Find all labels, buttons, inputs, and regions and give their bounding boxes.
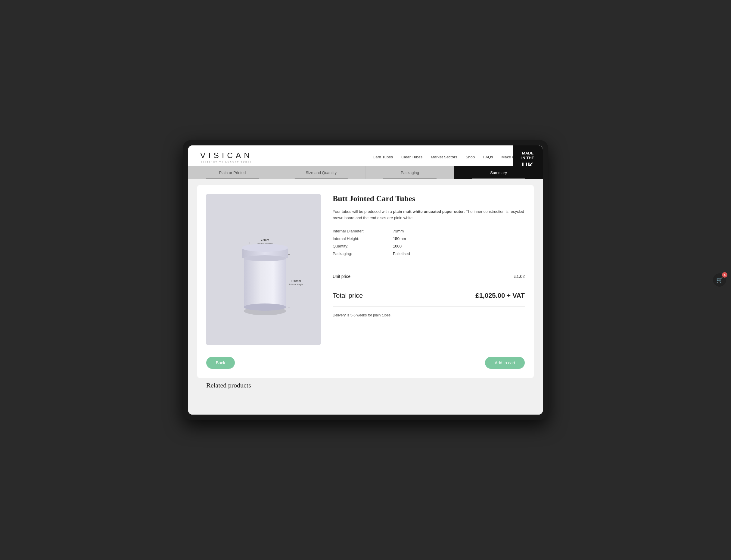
spec-quantity-label: Quantity: — [333, 244, 393, 248]
total-price-label: Total price — [333, 292, 363, 300]
delivery-note: Delivery is 5-6 weeks for plain tubes. — [333, 313, 525, 317]
svg-rect-1 — [244, 254, 286, 307]
divider-2 — [333, 285, 525, 285]
svg-text:73mm: 73mm — [261, 238, 269, 242]
spec-packaging-label: Packaging: — [333, 251, 393, 256]
spec-diameter-value: 73mm — [393, 229, 404, 233]
svg-text:150mm: 150mm — [291, 279, 301, 283]
spec-diameter-label: Internal Diameter: — [333, 229, 393, 233]
screen: VISICAN DISTINCTIVE LUXURY TUBES Card Tu… — [188, 145, 543, 415]
card-body: 73mm Internal diameter 150mm Internal le… — [206, 194, 525, 345]
product-image-area: 73mm Internal diameter 150mm Internal le… — [206, 194, 321, 345]
add-to-cart-button[interactable]: Add to cart — [485, 357, 525, 369]
logo[interactable]: VISICAN DISTINCTIVE LUXURY TUBES — [200, 151, 253, 163]
nav-faqs[interactable]: FAQs — [483, 155, 493, 159]
header: VISICAN DISTINCTIVE LUXURY TUBES Card Tu… — [188, 145, 543, 166]
spec-packaging-value: Palletised — [393, 251, 410, 256]
back-button[interactable]: Back — [206, 357, 235, 369]
step-summary[interactable]: Summary — [454, 166, 543, 179]
nav-card-tubes[interactable]: Card Tubes — [373, 155, 393, 159]
step-size-quantity[interactable]: Size and Quantity — [277, 166, 366, 179]
product-title: Butt Jointed Card Tubes — [333, 194, 525, 203]
spec-quantity-value: 1000 — [393, 244, 402, 248]
card-footer: Back Add to cart — [206, 354, 525, 369]
svg-point-2 — [244, 303, 286, 311]
made-in-uk-line1: MADE — [522, 151, 533, 156]
nav-market-sectors[interactable]: Market Sectors — [431, 155, 457, 159]
step-plain-printed[interactable]: Plain or Printed — [188, 166, 277, 179]
spec-height: Internal Height: 150mm — [333, 235, 525, 242]
svg-text:Internal diameter: Internal diameter — [257, 242, 273, 244]
main-content: 73mm Internal diameter 150mm Internal le… — [188, 179, 543, 415]
svg-point-5 — [244, 255, 286, 261]
spec-diameter: Internal Diameter: 73mm — [333, 227, 525, 235]
unit-price-row: Unit price £1.02 — [333, 272, 525, 281]
step-packaging[interactable]: Packaging — [366, 166, 455, 179]
logo-subtitle: DISTINCTIVE LUXURY TUBES — [201, 161, 252, 163]
spec-quantity: Quantity: 1000 — [333, 242, 525, 250]
desc-start: Your tubes will be produced with a — [333, 209, 393, 214]
specs-table: Internal Diameter: 73mm Internal Height:… — [333, 227, 525, 257]
tube-illustration: 73mm Internal diameter 150mm Internal le… — [206, 194, 321, 345]
made-in-uk-line2: IN THE — [521, 156, 534, 160]
total-price-value: £1,025.00 + VAT — [475, 292, 525, 300]
device-frame: VISICAN DISTINCTIVE LUXURY TUBES Card Tu… — [183, 140, 548, 420]
product-card: 73mm Internal diameter 150mm Internal le… — [197, 185, 534, 378]
nav-clear-tubes[interactable]: Clear Tubes — [401, 155, 422, 159]
main-nav: Card Tubes Clear Tubes Market Sectors Sh… — [373, 155, 531, 159]
spec-height-value: 150mm — [393, 236, 406, 241]
steps-bar: Plain or Printed Size and Quantity Packa… — [188, 166, 543, 179]
unit-price-label: Unit price — [333, 274, 350, 279]
divider-1 — [333, 268, 525, 268]
desc-bold: plain matt white uncoated paper outer — [393, 209, 464, 214]
spec-packaging: Packaging: Palletised — [333, 250, 525, 257]
total-price-row: Total price £1,025.00 + VAT — [333, 289, 525, 303]
unit-price-value: £1.02 — [514, 274, 525, 279]
nav-shop[interactable]: Shop — [466, 155, 475, 159]
logo-text: VISICAN — [200, 151, 253, 160]
spec-height-label: Internal Height: — [333, 236, 393, 241]
svg-text:Internal length: Internal length — [289, 283, 303, 286]
svg-point-4 — [242, 244, 288, 252]
product-details: Butt Jointed Card Tubes Your tubes will … — [330, 194, 525, 345]
related-products-heading: Related products — [197, 378, 534, 393]
product-description: Your tubes will be produced with a plain… — [333, 209, 525, 221]
